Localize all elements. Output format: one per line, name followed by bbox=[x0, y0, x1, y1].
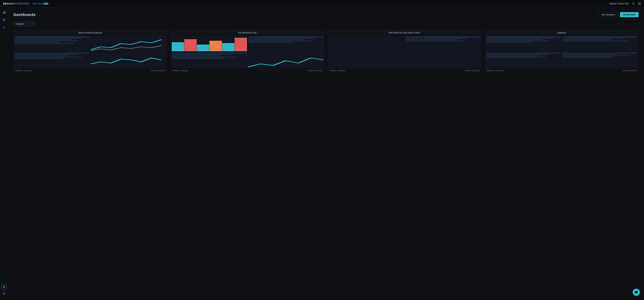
card-4-modified: Modified: 3 months ago bbox=[487, 70, 504, 71]
card-2-created: Created: 05/19/2020 bbox=[307, 70, 322, 71]
sidebar-bottom: ▦ ⚙ bbox=[1, 284, 7, 298]
card-3-title: PRO-MONTHLY-BALANCE SHEET bbox=[328, 30, 481, 35]
sidebar-icon-list[interactable] bbox=[1, 17, 7, 23]
card-4-created: Created: 03/10/2020 bbox=[622, 70, 637, 71]
thumb-4-3 bbox=[486, 52, 562, 68]
thumb-1-4 bbox=[90, 52, 166, 68]
topnav: REACHREPORTING Video Tours New Blastrac … bbox=[0, 0, 644, 7]
thumb-4-2 bbox=[562, 36, 638, 52]
sidebar-icon-chart[interactable] bbox=[1, 9, 7, 15]
thumb-2-1 bbox=[172, 36, 247, 52]
filter-dropdown[interactable]: Created ▾ bbox=[14, 21, 35, 26]
brand-reach: REACH bbox=[3, 2, 13, 5]
my-templates-button[interactable]: My Templates bbox=[598, 12, 618, 17]
card-4-title: statement bbox=[485, 30, 638, 35]
thumb-2-3 bbox=[172, 52, 247, 68]
dashboard-card-3[interactable]: PRO-MONTHLY-BALANCE SHEET ⚙ ★ bbox=[328, 30, 482, 73]
dashboard-card-4[interactable]: statement ⚙ ☆ bbox=[485, 30, 639, 73]
create-new-button[interactable]: Create New bbox=[620, 12, 639, 17]
card-2-title: PRO-MONTHLY-P&L bbox=[171, 30, 324, 35]
card-4-footer: Modified: 3 months ago Created: 03/10/20… bbox=[485, 68, 638, 72]
card-2-thumbnail: ⚙ ☆ bbox=[171, 35, 324, 68]
thumb-2-4 bbox=[248, 52, 324, 68]
thumb-3-1 bbox=[328, 36, 404, 68]
card-3-created: Created: 05/12/2020 bbox=[464, 70, 480, 71]
card-3-footer: Modified: 1 week ago Created: 05/12/2020 bbox=[328, 68, 481, 72]
dashboard-card-2[interactable]: PRO-MONTHLY-P&L ⚙ ☆ bbox=[170, 30, 324, 73]
video-tours-link[interactable]: Video Tours bbox=[32, 2, 43, 5]
card-4-thumbnail: ⚙ ☆ bbox=[485, 35, 638, 68]
filter-label: Created bbox=[16, 23, 24, 25]
main-content: Dashboards My Templates Create New Creat… bbox=[8, 7, 644, 300]
page-header: Dashboards My Templates Create New bbox=[14, 12, 639, 17]
card-2-thumbnail-inner bbox=[171, 35, 324, 68]
page-title: Dashboards bbox=[14, 12, 36, 17]
thumb-1-3 bbox=[14, 52, 90, 68]
brand-reporting: REPORTING bbox=[13, 2, 29, 5]
svg-rect-5 bbox=[3, 20, 5, 21]
thumb-2-2 bbox=[248, 36, 324, 52]
svg-rect-2 bbox=[5, 11, 5, 14]
sidebar-grid-icon[interactable]: ▦ bbox=[1, 284, 7, 289]
card-1-thumbnail-inner bbox=[14, 35, 167, 68]
sidebar: ↙ ▦ ⚙ bbox=[0, 7, 8, 300]
thumb-1-2 bbox=[90, 36, 166, 52]
svg-rect-4 bbox=[3, 19, 5, 20]
card-1-created: Created: 05/19/2020 bbox=[150, 70, 165, 71]
filter-row: Created ▾ bbox=[14, 21, 639, 26]
svg-rect-1 bbox=[4, 12, 4, 14]
card-1-title: Steves monthly breakdown bbox=[14, 30, 167, 35]
card-1-modified: Modified: 1 week ago bbox=[15, 70, 31, 71]
thumb-3-3 bbox=[405, 52, 481, 68]
card-4-thumbnail-inner bbox=[485, 35, 638, 68]
svg-rect-3 bbox=[3, 19, 5, 19]
card-3-modified: Modified: 1 week ago bbox=[330, 70, 346, 71]
card-2-modified: Modified: 1 week ago bbox=[172, 70, 188, 71]
dashboard-card-1[interactable]: Steves monthly breakdown ⚙ ☆ bbox=[14, 30, 167, 73]
hamburger-menu-icon[interactable] bbox=[638, 2, 641, 5]
chat-button[interactable] bbox=[632, 289, 640, 296]
settings-icon[interactable]: ⚙ bbox=[632, 2, 635, 5]
sidebar-settings-icon[interactable]: ⚙ bbox=[1, 291, 7, 297]
new-badge: New bbox=[44, 3, 48, 5]
thumb-3-2 bbox=[405, 36, 481, 52]
card-1-thumbnail: ⚙ ☆ bbox=[14, 35, 167, 68]
card-1-footer: Modified: 1 week ago Created: 05/19/2020 bbox=[14, 68, 167, 72]
brand-logo: REACHREPORTING bbox=[3, 2, 29, 5]
header-actions: My Templates Create New bbox=[598, 12, 639, 17]
thumb-4-4 bbox=[562, 52, 638, 68]
collapse-sidebar-button[interactable]: ↙ bbox=[1, 24, 7, 30]
dashboard-grid: Steves monthly breakdown ⚙ ☆ bbox=[14, 30, 639, 73]
thumb-1-1 bbox=[14, 36, 90, 52]
svg-rect-0 bbox=[3, 12, 3, 14]
card-2-footer: Modified: 1 week ago Created: 05/19/2020 bbox=[171, 68, 324, 72]
card-3-thumbnail: ⚙ ★ bbox=[328, 35, 481, 68]
thumb-4-1 bbox=[486, 36, 562, 52]
topnav-user: Blastrac Product USA bbox=[610, 2, 629, 5]
topnav-right: Blastrac Product USA ⚙ bbox=[610, 2, 641, 5]
chevron-down-icon: ▾ bbox=[32, 23, 33, 25]
